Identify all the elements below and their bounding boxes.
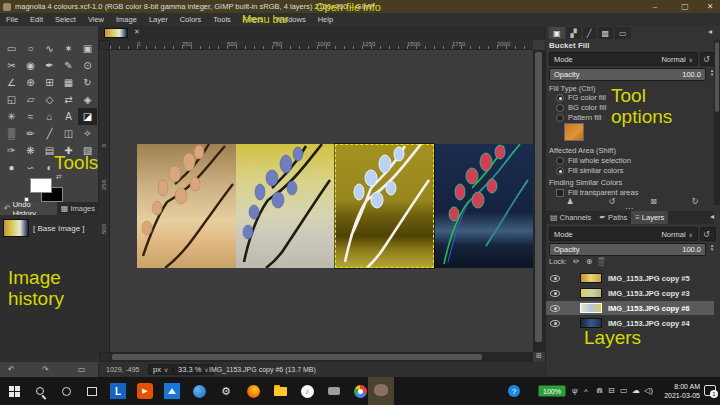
vertical-scrollbar[interactable] — [533, 50, 545, 352]
undo-step-base-image[interactable]: [ Base Image ] — [0, 215, 99, 241]
tool-rotate[interactable]: ↻ — [78, 74, 97, 91]
tool-fuzzy-select[interactable]: ✶ — [59, 40, 78, 57]
lock-alpha-icon[interactable]: ▒ — [598, 257, 604, 266]
tool-gradient[interactable]: ▒ — [2, 125, 21, 142]
tab-undo-history[interactable]: ↶Undo History — [0, 202, 57, 215]
fill-type-pattern[interactable]: Pattern fill — [556, 113, 601, 122]
edge-icon[interactable] — [191, 383, 207, 399]
layer-mode-dropdown[interactable]: Mode Normal ∨ — [549, 227, 698, 241]
checkbox-fill-transparent[interactable] — [556, 189, 564, 197]
layer-opacity-slider[interactable]: Opacity 100.0 — [549, 243, 706, 256]
tab-images[interactable]: ▦Images — [57, 202, 99, 215]
search-button[interactable] — [32, 383, 48, 399]
clear-history-button[interactable]: ▭ — [78, 365, 86, 374]
itunes-icon[interactable]: ♪ — [299, 383, 315, 399]
menu-colors[interactable]: Colors — [174, 13, 208, 26]
lock-paint-icon[interactable]: ✏ — [573, 257, 580, 266]
menu-view[interactable]: View — [82, 13, 110, 26]
wifi-icon[interactable]: ⋒ — [596, 386, 603, 395]
minimize-button[interactable]: – — [645, 0, 665, 13]
undo-button[interactable]: ↶ — [8, 365, 15, 374]
tool-text[interactable]: A — [59, 108, 78, 125]
tool-opacity-slider[interactable]: Opacity 100.0 — [549, 68, 706, 81]
swap-colors-icon[interactable]: ⇄ — [56, 173, 62, 181]
layer-opacity-spinner[interactable]: ▴▾ — [708, 243, 716, 251]
tool-align[interactable]: ⊞ — [40, 74, 59, 91]
radio-fg-fill[interactable] — [556, 94, 564, 102]
tool-perspective-clone[interactable]: ▨ — [78, 142, 97, 159]
radio-whole-selection[interactable] — [556, 157, 564, 165]
layer-row-selected[interactable]: IMG_1153.JPG copy #6 — [546, 301, 714, 315]
tool-ink[interactable]: ✑ — [2, 142, 21, 159]
menu-tools[interactable]: Tools — [207, 13, 237, 26]
tool-color-picker[interactable]: ✎ — [59, 57, 78, 74]
keyboard-icon[interactable]: ▭ — [620, 386, 628, 395]
settings-icon[interactable]: ⚙ — [218, 383, 234, 399]
clock[interactable]: 8:00 AM 2021-03-05 — [660, 382, 700, 400]
tool-scale[interactable]: ◱ — [2, 91, 21, 108]
affected-whole[interactable]: Fill whole selection — [556, 156, 631, 165]
tool-paintbrush[interactable]: ╱ — [40, 125, 59, 142]
tray-help-icon[interactable]: ? — [506, 383, 522, 399]
tool-select-by-color[interactable]: ▣ — [78, 40, 97, 57]
tool-scissors-select[interactable]: ✂ — [2, 57, 21, 74]
radio-bg-fill[interactable] — [556, 104, 564, 112]
tool-warp[interactable]: ≈ — [21, 108, 40, 125]
firefox-icon[interactable] — [245, 383, 261, 399]
fill-type-fg[interactable]: FG color fill — [556, 93, 606, 102]
tool-ellipse-select[interactable]: ○ — [21, 40, 40, 57]
tool-cage-transform[interactable]: ⌂ — [40, 108, 59, 125]
tab-channels[interactable]: ▤Channels — [546, 211, 595, 224]
tool-pencil[interactable]: ✏ — [21, 125, 40, 142]
vertical-ruler[interactable]: 0 250 500 — [99, 50, 110, 352]
tool-shear[interactable]: ▱ — [21, 91, 40, 108]
menu-image[interactable]: Image — [110, 13, 143, 26]
tool-heal[interactable]: ✚ — [59, 142, 78, 159]
device-status-tab-icon[interactable]: ▞ — [567, 27, 581, 39]
menu-windows[interactable]: Windows — [269, 13, 311, 26]
pattern-swatch[interactable] — [564, 123, 584, 141]
tool-eraser[interactable]: ◫ — [59, 125, 78, 142]
tool-move[interactable]: ⊕ — [21, 74, 40, 91]
start-button[interactable] — [6, 383, 22, 399]
reset-tool-button[interactable]: ↻ — [692, 197, 699, 206]
tool-foreground-select[interactable]: ◉ — [21, 57, 40, 74]
menu-edit[interactable]: Edit — [24, 13, 49, 26]
dock-scrollbar[interactable] — [714, 40, 720, 205]
layer-mode-switch-button[interactable]: ↺ — [700, 227, 716, 241]
tool-perspective[interactable]: ◇ — [40, 91, 59, 108]
radio-pattern-fill[interactable] — [556, 114, 564, 122]
tool-smudge[interactable]: ∽ — [21, 159, 40, 176]
eye-icon[interactable] — [550, 275, 560, 282]
fonts-tab-icon[interactable]: ▭ — [615, 27, 631, 39]
image-tab-close-icon[interactable]: ✕ — [134, 28, 140, 36]
restore-preset-button[interactable]: ↺ — [609, 197, 616, 206]
layers-dock-menu-icon[interactable]: ◂ — [710, 212, 714, 221]
cortana-button[interactable] — [58, 383, 74, 399]
media-player-icon[interactable]: ▶ — [137, 383, 153, 399]
file-explorer-icon[interactable] — [272, 383, 288, 399]
eye-icon[interactable] — [550, 305, 560, 312]
close-button[interactable]: ✕ — [700, 0, 720, 13]
maximize-button[interactable]: ▢ — [675, 0, 695, 13]
taskbar-app-l-icon[interactable]: L — [110, 383, 126, 399]
menu-file[interactable]: File — [0, 13, 24, 26]
notifications-button[interactable]: 1 — [704, 385, 716, 396]
tab-layers[interactable]: ≡Layers — [631, 211, 668, 224]
navigation-button[interactable]: ⊞ — [533, 352, 545, 362]
layer-row[interactable]: IMG_1153.JPG copy #5 — [546, 271, 714, 285]
canvas-viewport[interactable] — [110, 50, 533, 352]
tool-zoom[interactable]: ⊙ — [78, 57, 97, 74]
brushes-tab-icon[interactable]: ╱ — [583, 27, 596, 39]
menu-filters[interactable]: Filters — [237, 13, 269, 26]
network-icon[interactable]: ⊟ — [608, 386, 615, 395]
tool-rect-select[interactable]: ▭ — [2, 40, 21, 57]
redo-button[interactable]: ↷ — [42, 365, 49, 374]
tray-expand-icon[interactable]: ^ — [584, 387, 588, 396]
patterns-tab-icon[interactable]: ▩ — [598, 27, 614, 39]
photos-icon[interactable] — [164, 383, 180, 399]
menu-layer[interactable]: Layer — [143, 13, 174, 26]
tool-crop[interactable]: ▦ — [59, 74, 78, 91]
task-view-button[interactable] — [84, 383, 100, 399]
layer-row[interactable]: IMG_1153.JPG copy #3 — [546, 286, 714, 300]
